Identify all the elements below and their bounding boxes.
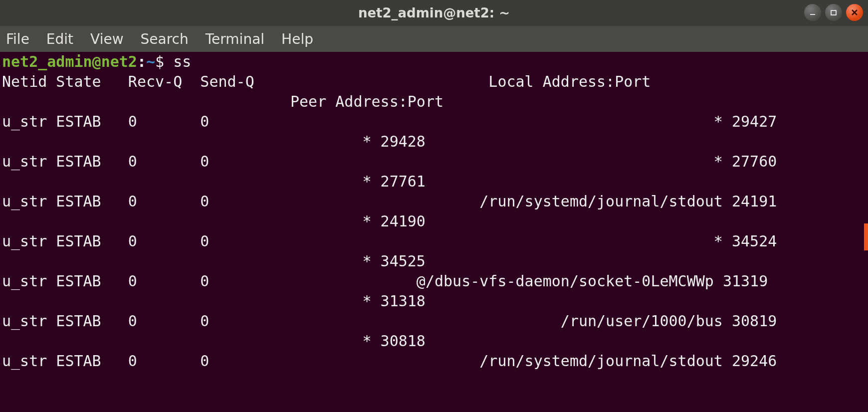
row-local: u_str ESTAB 0 0 * 27760 [2, 153, 777, 170]
row-peer: * 30818 [2, 332, 426, 350]
titlebar: net2_admin@net2: ~ [0, 0, 868, 26]
minimize-icon [809, 9, 816, 16]
maximize-button[interactable] [825, 4, 842, 21]
menu-search[interactable]: Search [141, 31, 189, 47]
scroll-indicator [864, 223, 868, 250]
menu-edit[interactable]: Edit [46, 31, 73, 47]
close-icon [851, 9, 858, 16]
row-peer: * 31318 [2, 292, 426, 310]
row-local: u_str ESTAB 0 0 /run/systemd/journal/std… [2, 352, 777, 370]
row-local: u_str ESTAB 0 0 /run/user/1000/bus 30819 [2, 312, 777, 330]
menu-help[interactable]: Help [281, 31, 313, 47]
maximize-icon [830, 9, 837, 16]
row-peer: * 34525 [2, 252, 426, 270]
menu-view[interactable]: View [90, 31, 123, 47]
terminal-window: net2_admin@net2: ~ File Edit Vi [0, 0, 868, 412]
minimize-button[interactable] [804, 4, 821, 21]
window-title: net2_admin@net2: ~ [358, 5, 510, 20]
prompt-user-host: net2_admin@net2 [2, 53, 137, 70]
menu-terminal[interactable]: Terminal [206, 31, 264, 47]
svg-rect-1 [831, 10, 836, 15]
header-line1: Netid State Recv-Q Send-Q Local Address:… [2, 73, 669, 90]
close-button[interactable] [846, 4, 863, 21]
prompt-path: ~ [146, 53, 155, 70]
terminal-body[interactable]: net2_admin@net2:~$ ss Netid State Recv-Q… [0, 52, 868, 412]
prompt-dollar: $ [155, 53, 173, 70]
prompt-colon: : [137, 53, 146, 70]
row-peer: * 27761 [2, 173, 426, 190]
row-local: u_str ESTAB 0 0 /run/systemd/journal/std… [2, 193, 777, 210]
row-local: u_str ESTAB 0 0 @/dbus-vfs-daemon/socket… [2, 272, 768, 290]
menu-file[interactable]: File [6, 31, 29, 47]
row-peer: * 29428 [2, 133, 426, 150]
row-local: u_str ESTAB 0 0 * 29427 [2, 113, 777, 130]
header-line2: Peer Address:Port [2, 93, 443, 110]
row-local: u_str ESTAB 0 0 * 34524 [2, 232, 777, 250]
menubar: File Edit View Search Terminal Help [0, 26, 868, 52]
window-controls [804, 4, 863, 21]
command-text: ss [173, 53, 191, 70]
row-peer: * 24190 [2, 212, 426, 230]
